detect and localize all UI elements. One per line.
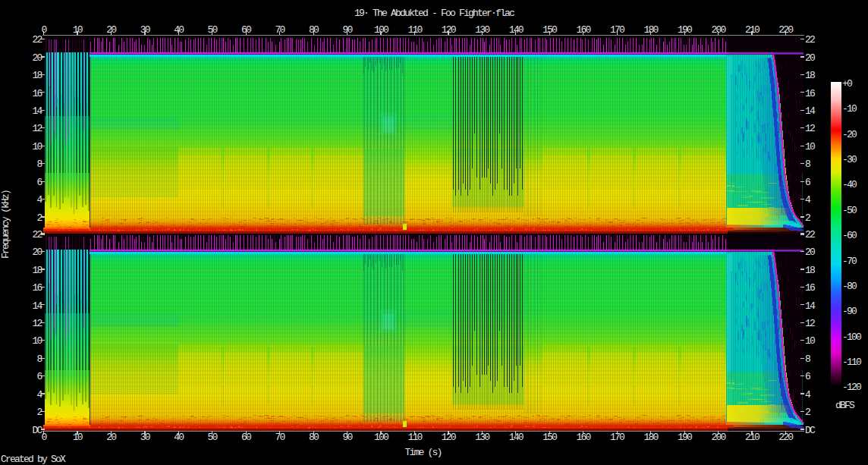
svg-text:DC: DC	[805, 425, 816, 436]
svg-text:180: 180	[643, 24, 658, 36]
svg-text:14: 14	[32, 105, 42, 117]
svg-text:14: 14	[805, 105, 816, 117]
svg-text:16: 16	[805, 282, 815, 294]
svg-text:30: 30	[140, 432, 150, 443]
svg-text:22: 22	[32, 34, 42, 46]
svg-text:-120: -120	[842, 382, 861, 393]
svg-text:10: 10	[32, 141, 42, 152]
svg-text:210: 210	[745, 432, 760, 443]
svg-text:14: 14	[805, 300, 816, 312]
svg-text:12: 12	[32, 123, 42, 134]
svg-text:12: 12	[805, 123, 815, 134]
svg-text:8: 8	[36, 159, 42, 170]
svg-text:170: 170	[610, 24, 624, 36]
svg-text:2: 2	[36, 407, 42, 418]
svg-text:30: 30	[140, 24, 150, 36]
svg-text:150: 150	[542, 24, 557, 36]
svg-text:22: 22	[805, 34, 815, 46]
svg-text:-90: -90	[842, 306, 857, 317]
svg-text:-20: -20	[842, 129, 857, 140]
svg-text:90: 90	[342, 432, 352, 443]
svg-text:40: 40	[174, 24, 184, 36]
svg-text:20: 20	[106, 24, 116, 36]
svg-text:20: 20	[32, 247, 42, 258]
svg-text:Time (s): Time (s)	[404, 447, 441, 458]
svg-text:6: 6	[805, 177, 810, 188]
svg-text:180: 180	[643, 432, 658, 443]
svg-text:8: 8	[36, 353, 42, 365]
svg-text:160: 160	[577, 432, 591, 443]
svg-text:20: 20	[32, 52, 42, 64]
svg-text:2: 2	[36, 212, 42, 224]
svg-text:Frequency (kHz): Frequency (kHz)	[0, 190, 11, 259]
svg-text:70: 70	[275, 24, 285, 36]
svg-text:60: 60	[241, 24, 251, 36]
svg-text:dBFS: dBFS	[835, 400, 855, 411]
svg-text:40: 40	[174, 432, 184, 443]
svg-text:22: 22	[32, 229, 42, 240]
svg-text:210: 210	[745, 24, 760, 36]
svg-text:100: 100	[374, 432, 388, 443]
svg-text:220: 220	[778, 432, 793, 443]
svg-text:-30: -30	[842, 154, 857, 165]
svg-text:110: 110	[407, 24, 422, 36]
svg-text:140: 140	[509, 432, 524, 443]
svg-text:16: 16	[32, 88, 42, 99]
svg-text:120: 120	[442, 24, 456, 36]
svg-text:Created by SoX: Created by SoX	[1, 454, 66, 465]
svg-text:0: 0	[41, 24, 46, 36]
svg-text:6: 6	[36, 371, 42, 382]
svg-text:150: 150	[542, 432, 557, 443]
svg-text:200: 200	[711, 432, 725, 443]
svg-text:-110: -110	[842, 357, 861, 368]
svg-text:80: 80	[309, 24, 319, 36]
svg-text:18: 18	[32, 265, 42, 276]
svg-text:50: 50	[208, 24, 218, 36]
svg-text:18: 18	[805, 265, 815, 276]
svg-text:8: 8	[805, 159, 810, 170]
svg-text:12: 12	[805, 318, 815, 329]
svg-text:110: 110	[407, 432, 422, 443]
svg-text:10: 10	[805, 141, 815, 152]
svg-text:-60: -60	[842, 230, 857, 241]
svg-text:18: 18	[805, 70, 815, 81]
svg-text:90: 90	[342, 24, 352, 36]
svg-text:6: 6	[36, 177, 42, 188]
svg-text:-80: -80	[842, 281, 857, 292]
svg-text:10: 10	[73, 432, 83, 443]
svg-text:140: 140	[509, 24, 524, 36]
svg-text:-100: -100	[842, 331, 861, 343]
svg-text:20: 20	[805, 52, 815, 64]
svg-text:170: 170	[610, 432, 624, 443]
svg-text:18: 18	[32, 70, 42, 81]
svg-text:160: 160	[577, 24, 591, 36]
svg-text:22: 22	[805, 229, 815, 240]
svg-text:2: 2	[805, 407, 810, 418]
svg-text:20: 20	[106, 432, 116, 443]
svg-text:60: 60	[241, 432, 251, 443]
svg-text:10: 10	[805, 335, 815, 347]
svg-text:2: 2	[805, 212, 810, 224]
svg-text:190: 190	[678, 24, 692, 36]
svg-text:130: 130	[475, 432, 489, 443]
svg-text:-50: -50	[842, 205, 857, 216]
svg-text:200: 200	[711, 24, 725, 36]
svg-text:-70: -70	[842, 256, 857, 267]
svg-text:19· The Abdukted - Foo Fighter: 19· The Abdukted - Foo Fighter·flac	[354, 8, 514, 19]
svg-text:120: 120	[442, 432, 456, 443]
svg-text:16: 16	[32, 282, 42, 294]
svg-text:80: 80	[309, 432, 319, 443]
svg-text:50: 50	[208, 432, 218, 443]
svg-text:16: 16	[805, 88, 815, 99]
svg-text:10: 10	[73, 24, 83, 36]
svg-text:-10: -10	[842, 103, 857, 115]
svg-text:220: 220	[778, 24, 793, 36]
svg-text:10: 10	[32, 335, 42, 347]
svg-text:12: 12	[32, 318, 42, 329]
svg-text:6: 6	[805, 371, 810, 382]
svg-text:70: 70	[275, 432, 285, 443]
svg-text:+0: +0	[842, 78, 852, 90]
svg-text:8: 8	[805, 353, 810, 365]
svg-text:190: 190	[678, 432, 692, 443]
svg-text:-40: -40	[842, 179, 857, 190]
